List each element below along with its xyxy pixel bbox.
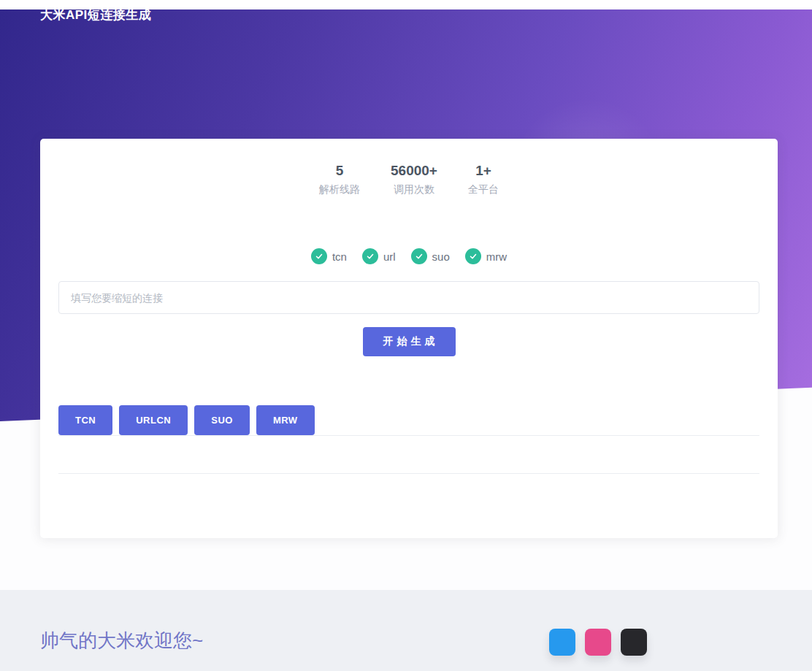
service-label: mrw <box>486 250 507 263</box>
stat-label: 全平台 <box>468 183 499 196</box>
provider-tabs: TCN URLCN SUO MRW <box>58 405 759 436</box>
service-badges-row: tcn url suo mrw <box>40 248 778 264</box>
service-suo: suo <box>411 248 450 264</box>
service-tcn: tcn <box>311 248 347 264</box>
footer-welcome-text: 帅气的大米欢迎您~ <box>40 628 203 653</box>
tab-mrw[interactable]: MRW <box>256 405 315 435</box>
top-white-strip <box>0 0 812 9</box>
check-icon <box>465 248 481 264</box>
footer: 帅气的大米欢迎您~ <box>0 590 812 671</box>
stat-platforms: 1+ 全平台 <box>468 163 499 196</box>
tab-tcn[interactable]: TCN <box>58 405 112 435</box>
service-label: url <box>383 250 396 263</box>
stat-lines: 5 解析线路 <box>319 163 360 196</box>
tab-urlcn[interactable]: URLCN <box>119 405 188 435</box>
social-dark-square-icon[interactable] <box>621 629 647 656</box>
stat-calls: 56000+ 调用次数 <box>391 163 437 196</box>
stat-value: 5 <box>319 163 360 179</box>
stat-value: 1+ <box>468 163 499 179</box>
social-pink-square-icon[interactable] <box>585 629 611 656</box>
social-links-row <box>549 629 647 656</box>
service-label: suo <box>432 250 450 263</box>
service-mrw: mrw <box>465 248 507 264</box>
stats-row: 5 解析线路 56000+ 调用次数 1+ 全平台 <box>40 139 778 196</box>
site-title[interactable]: 大米API短连接生成 <box>40 9 151 24</box>
stat-value: 56000+ <box>391 163 437 179</box>
check-icon <box>311 248 327 264</box>
stat-label: 调用次数 <box>391 183 437 196</box>
main-card: 5 解析线路 56000+ 调用次数 1+ 全平台 tcn url <box>40 139 778 538</box>
social-blue-square-icon[interactable] <box>549 629 575 656</box>
check-icon <box>411 248 427 264</box>
check-icon <box>362 248 378 264</box>
service-url: url <box>362 248 396 264</box>
url-input[interactable] <box>58 281 759 314</box>
tab-suo[interactable]: SUO <box>194 405 250 435</box>
service-label: tcn <box>332 250 347 263</box>
url-input-row <box>58 281 759 314</box>
result-divider <box>58 473 759 474</box>
generate-button[interactable]: 开始生成 <box>363 327 456 356</box>
generate-button-row: 开始生成 <box>40 327 778 356</box>
stat-label: 解析线路 <box>319 183 360 196</box>
